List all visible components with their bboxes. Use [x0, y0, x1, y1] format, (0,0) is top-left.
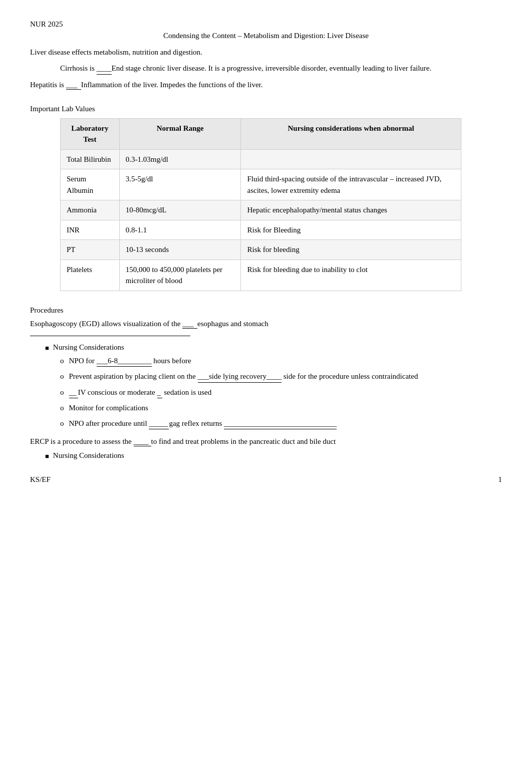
cell-test: Serum Albumin — [61, 169, 120, 200]
cirrhosis-paragraph: Cirrhosis is ____End stage chronic liver… — [60, 63, 502, 75]
egd-text: Esophagoscopy (EGD) allows visualization… — [30, 320, 502, 329]
cell-test: INR — [61, 220, 120, 240]
cell-range: 3.5-5g/dl — [119, 169, 241, 200]
table-row: Platelets150,000 to 450,000 platelets pe… — [61, 259, 461, 291]
list-item-npo-after: o NPO after procedure until _____gag ref… — [60, 418, 502, 430]
bullet-icon-2: ■ — [45, 452, 49, 460]
list-item-npo-before: o NPO for ___6-8_________ hours before — [60, 355, 502, 367]
cell-notes — [241, 149, 461, 169]
course-code: NUR 2025 — [30, 20, 502, 29]
nursing-sub-list: o NPO for ___6-8_________ hours before o… — [60, 355, 502, 430]
table-row: PT10-13 secondsRisk for bleeding — [61, 240, 461, 260]
footer-page-number: 1 — [498, 475, 502, 484]
table-row: Total Bilirubin0.3-1.03mg/dl — [61, 149, 461, 169]
divider-line — [30, 336, 190, 336]
lab-table: Laboratory Test Normal Range Nursing con… — [60, 118, 461, 291]
cell-notes: Fluid third-spacing outside of the intra… — [241, 169, 461, 200]
liver-disease-intro: Liver disease effects metabolism, nutrit… — [30, 48, 502, 57]
monitor-text: Monitor for complications — [69, 402, 148, 414]
lab-section-heading: Important Lab Values — [30, 105, 502, 113]
procedures-heading: Procedures — [30, 306, 502, 315]
footer-initials: KS/EF — [30, 475, 51, 484]
ercp-nursing-label: Nursing Considerations — [53, 451, 124, 460]
table-header-row: Laboratory Test Normal Range Nursing con… — [61, 118, 461, 149]
list-item-iv: o __IV conscious or moderate _ sedation … — [60, 387, 502, 399]
procedures-section: Procedures Esophagoscopy (EGD) allows vi… — [30, 306, 502, 461]
ercp-nursing-block: ■ Nursing Considerations — [45, 451, 502, 460]
cell-range: 10-80mcg/dL — [119, 200, 241, 220]
cell-range: 0.3-1.03mg/dl — [119, 149, 241, 169]
ercp-nursing-bullet: ■ Nursing Considerations — [45, 451, 502, 460]
footer: KS/EF 1 — [30, 475, 502, 484]
nursing-considerations-block: ■ Nursing Considerations o NPO for ___6-… — [45, 343, 502, 430]
cell-test: PT — [61, 240, 120, 260]
table-row: Ammonia10-80mcg/dLHepatic encephalopathy… — [61, 200, 461, 220]
cell-test: Platelets — [61, 259, 120, 291]
table-row: Serum Albumin3.5-5g/dlFluid third-spacin… — [61, 169, 461, 200]
col-header-notes: Nursing considerations when abnormal — [241, 118, 461, 149]
nursing-considerations-bullet: ■ Nursing Considerations — [45, 343, 502, 352]
cell-notes: Risk for bleeding due to inability to cl… — [241, 259, 461, 291]
hepatitis-paragraph: Hepatitis is ___Inflammation of the live… — [30, 81, 502, 90]
nursing-considerations-label: Nursing Considerations — [53, 343, 124, 352]
list-item-aspiration: o Prevent aspiration by placing client o… — [60, 371, 502, 383]
lab-values-section: Important Lab Values Laboratory Test Nor… — [30, 105, 502, 291]
cell-notes: Risk for Bleeding — [241, 220, 461, 240]
cell-range: 0.8-1.1 — [119, 220, 241, 240]
cell-notes: Hepatic encephalopathy/mental status cha… — [241, 200, 461, 220]
ercp-text: ERCP is a procedure to assess the ____to… — [30, 437, 502, 446]
cell-range: 150,000 to 450,000 platelets per microli… — [119, 259, 241, 291]
cell-test: Ammonia — [61, 200, 120, 220]
cell-notes: Risk for bleeding — [241, 240, 461, 260]
cell-range: 10-13 seconds — [119, 240, 241, 260]
list-item-monitor: o Monitor for complications — [60, 402, 502, 414]
cell-test: Total Bilirubin — [61, 149, 120, 169]
col-header-test: Laboratory Test — [61, 118, 120, 149]
page-title: Condensing the Content – Metabolism and … — [30, 32, 502, 40]
table-row: INR0.8-1.1Risk for Bleeding — [61, 220, 461, 240]
bullet-icon: ■ — [45, 344, 49, 352]
col-header-range: Normal Range — [119, 118, 241, 149]
